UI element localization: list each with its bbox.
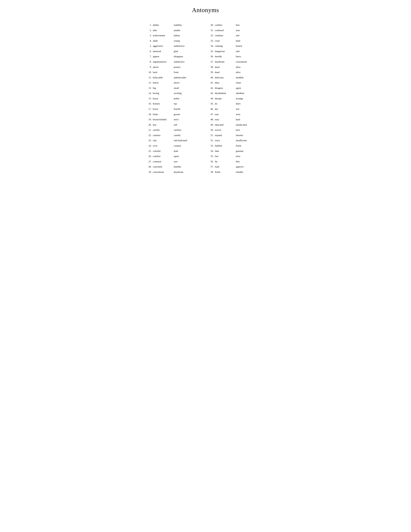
item-antonym: hard <box>236 118 240 121</box>
item-antonym: fearful <box>174 107 180 111</box>
item-number: 15. <box>147 97 153 100</box>
item-antonym: above <box>174 81 179 85</box>
item-antonym: groom <box>174 113 180 116</box>
item-antonym: arrange <box>236 97 243 100</box>
list-item: 52.extrainsufficient <box>209 139 264 142</box>
list-item: 7.appeardisappear <box>147 55 202 58</box>
item-word: disrupt <box>215 97 236 100</box>
item-number: 29. <box>147 170 153 174</box>
item-number: 24. <box>147 144 153 148</box>
list-item: 4.adultyoung <box>147 39 202 43</box>
item-antonym: free <box>236 23 240 27</box>
item-antonym: agree <box>236 86 241 90</box>
item-number: 9. <box>147 65 153 69</box>
list-item: 51.expandshorten <box>209 133 264 137</box>
list-item: 22.carelesscareful <box>147 133 202 137</box>
item-word: common <box>153 160 174 163</box>
item-number: 8. <box>147 60 153 64</box>
item-word: disagree <box>215 86 236 90</box>
item-number: 40. <box>209 76 215 79</box>
list-item: 47.eastwest <box>209 113 264 116</box>
item-word: achievement <box>153 34 174 38</box>
item-number: 4. <box>147 39 153 43</box>
item-antonym: careful <box>174 133 180 137</box>
item-word: adult <box>153 39 174 43</box>
item-word: boring <box>153 91 174 95</box>
item-number: 45. <box>209 102 215 105</box>
item-number: 51. <box>209 133 215 137</box>
list-item: 57.faultapprove <box>209 165 264 169</box>
list-item: 50.excesslack <box>209 128 264 132</box>
list-item: 8.argumentativesubmissive <box>147 60 202 64</box>
list-item: 36.dawdlehurry <box>209 55 264 58</box>
item-antonym: hurry <box>236 55 241 58</box>
list-item: 49.educateduneducated <box>209 123 264 127</box>
item-number: 35. <box>209 49 215 53</box>
item-antonym: shorten <box>236 133 243 137</box>
item-number: 3. <box>147 34 153 38</box>
item-word: continue <box>215 34 236 38</box>
item-word: extra <box>215 139 236 142</box>
item-number: 27. <box>147 160 153 163</box>
item-antonym: small <box>174 86 179 90</box>
item-number: 11. <box>147 76 153 79</box>
item-word: big <box>153 86 174 90</box>
list-item: 21.carefulcareless <box>147 128 202 132</box>
item-word: dirty <box>215 81 236 85</box>
item-word: able <box>153 28 174 32</box>
item-antonym: unbelievable <box>174 76 186 79</box>
item-word: excess <box>215 128 236 132</box>
item-antonym: protect <box>174 65 180 69</box>
item-word: bossy <box>153 97 174 100</box>
list-item: 18.bridegroom <box>147 113 202 116</box>
item-antonym: obedient <box>236 91 244 95</box>
item-number: 48. <box>209 118 215 121</box>
item-word: dangerous <box>215 49 236 53</box>
item-number: 38. <box>209 65 215 69</box>
item-word: easy <box>215 118 236 121</box>
item-antonym: sell <box>174 123 177 127</box>
item-number: 32. <box>209 34 215 38</box>
item-number: 1. <box>147 23 153 27</box>
list-item: 12.belowabove <box>147 81 202 85</box>
item-number: 16. <box>147 102 153 105</box>
list-item: 15.bossypolite <box>147 97 202 100</box>
item-word: colorful <box>153 149 174 153</box>
item-word: dawdle <box>215 55 236 58</box>
item-number: 49. <box>209 123 215 127</box>
item-word: daydream <box>215 60 236 64</box>
item-number: 23. <box>147 139 153 142</box>
item-number: 5. <box>147 44 153 48</box>
list-item: 40.deliciousinedible <box>209 76 264 79</box>
item-antonym: glad <box>174 49 178 53</box>
item-antonym: safe <box>236 49 240 53</box>
item-number: 42. <box>209 86 215 90</box>
item-number: 52. <box>209 139 215 142</box>
item-word: chic <box>153 139 174 142</box>
list-item: 25.colorfuldrab <box>147 149 202 153</box>
item-number: 7. <box>147 55 153 58</box>
item-word: broad-minded <box>153 118 174 121</box>
item-antonym: reliable <box>236 170 243 174</box>
item-word: dry <box>215 107 236 111</box>
list-item: 43.disobedientobedient <box>209 91 264 95</box>
list-item: 45.dodon't <box>209 102 264 105</box>
item-antonym: rare <box>174 160 177 163</box>
item-antonym: exciting <box>174 91 181 95</box>
item-antonym: inability <box>174 23 182 27</box>
item-word: disobedient <box>215 91 236 95</box>
item-antonym: insufficient <box>236 139 247 142</box>
item-word: cunning <box>215 44 236 48</box>
list-item: 5.aggressivesubmissive <box>147 44 202 48</box>
list-item: 1.abilityinability <box>147 23 202 27</box>
item-number: 22. <box>147 133 153 137</box>
list-item: 11.believableunbelievable <box>147 76 202 79</box>
list-item: 48.easyhard <box>209 118 264 121</box>
list-item: 23.chicold-fashioned <box>147 139 202 142</box>
left-column: 1.abilityinability2.ableunable3.achievem… <box>147 23 202 175</box>
item-word: buy <box>153 123 174 127</box>
list-item: 26.comfortupset <box>147 154 202 158</box>
item-word: bottom <box>153 102 174 105</box>
item-word: educated <box>215 123 236 127</box>
item-antonym: upset <box>174 154 179 158</box>
